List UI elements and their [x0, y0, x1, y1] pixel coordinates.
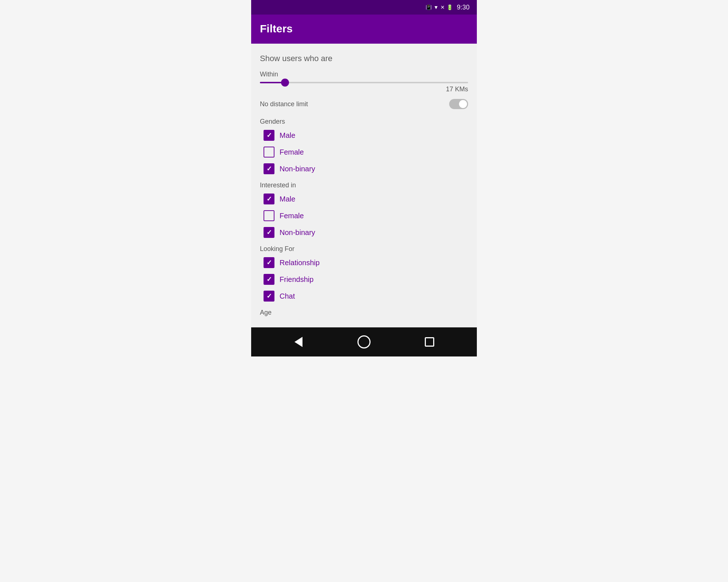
genders-section: Genders Male Female Non-binary — [260, 118, 468, 174]
bottom-nav — [251, 327, 477, 356]
header: Filters — [251, 15, 477, 44]
wifi-icon: ▼ — [434, 4, 439, 10]
interested-female-checkbox[interactable] — [264, 210, 274, 221]
distance-slider[interactable] — [260, 82, 468, 83]
back-icon — [294, 337, 302, 347]
no-distance-limit-row: No distance limit — [260, 99, 468, 109]
home-button[interactable] — [356, 334, 372, 350]
looking-chat-label: Chat — [280, 292, 295, 300]
gender-male-checkbox[interactable] — [264, 130, 274, 141]
looking-for-section: Looking For Relationship Friendship Chat — [260, 245, 468, 302]
interested-nonbinary-checkbox[interactable] — [264, 227, 274, 238]
home-icon — [357, 335, 371, 348]
slider-thumb[interactable] — [281, 79, 289, 87]
status-icons: 📳 ▼ ✕ 🔋 9:30 — [426, 4, 470, 11]
looking-friendship-label: Friendship — [280, 275, 313, 284]
gender-female-label: Female — [280, 148, 304, 156]
looking-chat-row: Chat — [264, 291, 468, 302]
within-label: Within — [260, 71, 468, 78]
looking-relationship-checkbox[interactable] — [264, 257, 274, 268]
gender-nonbinary-row: Non-binary — [264, 163, 468, 174]
gender-female-row: Female — [264, 147, 468, 158]
gender-nonbinary-label: Non-binary — [280, 165, 315, 173]
status-time: 9:30 — [457, 4, 470, 11]
looking-relationship-row: Relationship — [264, 257, 468, 268]
interested-nonbinary-row: Non-binary — [264, 227, 468, 238]
interested-male-checkbox[interactable] — [264, 194, 274, 204]
no-distance-limit-label: No distance limit — [260, 100, 449, 108]
toggle-knob — [459, 100, 467, 108]
interested-in-section: Interested in Male Female Non-binary — [260, 182, 468, 238]
age-label: Age — [260, 309, 468, 316]
gender-male-row: Male — [264, 130, 468, 141]
section-title: Show users who are — [260, 54, 468, 63]
interested-male-label: Male — [280, 195, 295, 203]
looking-relationship-label: Relationship — [280, 259, 320, 267]
interested-in-label: Interested in — [260, 182, 468, 189]
genders-label: Genders — [260, 118, 468, 125]
battery-icon: 🔋 — [447, 4, 453, 10]
gender-female-checkbox[interactable] — [264, 147, 274, 158]
interested-female-row: Female — [264, 210, 468, 221]
slider-track — [260, 82, 468, 83]
recents-button[interactable] — [422, 334, 438, 350]
status-bar: 📳 ▼ ✕ 🔋 9:30 — [251, 0, 477, 15]
interested-male-row: Male — [264, 194, 468, 204]
looking-friendship-checkbox[interactable] — [264, 274, 274, 285]
distance-value: 17 KMs — [260, 85, 468, 93]
content-area: Show users who are Within 17 KMs No dist… — [251, 44, 477, 327]
recents-icon — [425, 337, 434, 347]
looking-for-label: Looking For — [260, 245, 468, 253]
signal-icon: ✕ — [440, 4, 445, 10]
interested-female-label: Female — [280, 212, 304, 220]
gender-male-label: Male — [280, 131, 295, 140]
page-title: Filters — [260, 23, 468, 35]
gender-nonbinary-checkbox[interactable] — [264, 163, 274, 174]
vibrate-icon: 📳 — [426, 4, 432, 10]
interested-nonbinary-label: Non-binary — [280, 228, 315, 237]
back-button[interactable] — [290, 334, 306, 350]
no-distance-limit-toggle[interactable] — [449, 99, 468, 109]
looking-chat-checkbox[interactable] — [264, 291, 274, 302]
looking-friendship-row: Friendship — [264, 274, 468, 285]
